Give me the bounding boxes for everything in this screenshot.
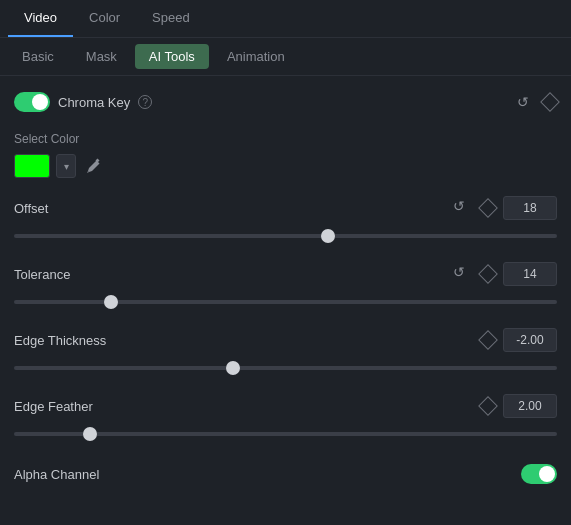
tab-video[interactable]: Video: [8, 0, 73, 37]
subtab-basic[interactable]: Basic: [8, 44, 68, 69]
alpha-channel-label: Alpha Channel: [14, 467, 99, 482]
subtab-ai-tools[interactable]: AI Tools: [135, 44, 209, 69]
subtab-mask[interactable]: Mask: [72, 44, 131, 69]
edge-thickness-keyframe-icon[interactable]: [478, 330, 498, 350]
edge-feather-header: Edge Feather 2.00: [14, 394, 557, 418]
eyedropper-button[interactable]: [82, 154, 106, 178]
tolerance-controls: ↺ 14: [453, 262, 557, 286]
edge-thickness-slider-row: [14, 358, 557, 378]
tolerance-header: Tolerance ↺ 14: [14, 262, 557, 286]
color-dropdown[interactable]: ▾: [56, 154, 76, 178]
tolerance-reset-icon[interactable]: ↺: [453, 264, 473, 284]
edge-thickness-slider-wrap: [14, 358, 557, 378]
offset-label: Offset: [14, 201, 48, 216]
edge-thickness-label: Edge Thickness: [14, 333, 106, 348]
edge-feather-keyframe-icon[interactable]: [478, 396, 498, 416]
tab-color[interactable]: Color: [73, 0, 136, 37]
edge-feather-label: Edge Feather: [14, 399, 93, 414]
chroma-key-label: Chroma Key: [58, 95, 130, 110]
offset-slider[interactable]: [14, 234, 557, 238]
edge-feather-section: Edge Feather 2.00: [14, 394, 557, 444]
offset-slider-wrap: [14, 226, 557, 246]
tolerance-label: Tolerance: [14, 267, 70, 282]
tolerance-slider-row: [14, 292, 557, 312]
chroma-key-right: ↺: [513, 92, 557, 112]
offset-reset-icon[interactable]: ↺: [453, 198, 473, 218]
top-tabs: Video Color Speed: [0, 0, 571, 38]
tolerance-value[interactable]: 14: [503, 262, 557, 286]
edge-feather-slider-row: [14, 424, 557, 444]
chroma-key-row: Chroma Key ? ↺: [14, 88, 557, 116]
edge-feather-slider-wrap: [14, 424, 557, 444]
tolerance-keyframe-icon[interactable]: [478, 264, 498, 284]
alpha-channel-toggle[interactable]: [521, 464, 557, 484]
chroma-key-help-icon[interactable]: ?: [138, 95, 152, 109]
chroma-key-left: Chroma Key ?: [14, 92, 152, 112]
edge-thickness-slider[interactable]: [14, 366, 557, 370]
select-color-label: Select Color: [14, 132, 557, 146]
tolerance-slider-wrap: [14, 292, 557, 312]
chroma-key-keyframe-icon[interactable]: [540, 92, 560, 112]
chroma-key-toggle[interactable]: [14, 92, 50, 112]
tab-speed[interactable]: Speed: [136, 0, 206, 37]
edge-thickness-value[interactable]: -2.00: [503, 328, 557, 352]
edge-feather-slider[interactable]: [14, 432, 557, 436]
edge-feather-controls: 2.00: [481, 394, 557, 418]
offset-slider-row: [14, 226, 557, 246]
offset-controls: ↺ 18: [453, 196, 557, 220]
edge-thickness-section: Edge Thickness -2.00: [14, 328, 557, 378]
color-swatch[interactable]: [14, 154, 50, 178]
offset-value[interactable]: 18: [503, 196, 557, 220]
sub-tabs: Basic Mask AI Tools Animation: [0, 38, 571, 76]
edge-thickness-header: Edge Thickness -2.00: [14, 328, 557, 352]
color-picker-row: ▾: [14, 154, 557, 178]
offset-header: Offset ↺ 18: [14, 196, 557, 220]
tolerance-section: Tolerance ↺ 14: [14, 262, 557, 312]
edge-feather-value[interactable]: 2.00: [503, 394, 557, 418]
edge-thickness-controls: -2.00: [481, 328, 557, 352]
subtab-animation[interactable]: Animation: [213, 44, 299, 69]
content-area: Chroma Key ? ↺ Select Color ▾ Offset ↺ 1…: [0, 76, 571, 500]
offset-section: Offset ↺ 18: [14, 196, 557, 246]
alpha-channel-row: Alpha Channel: [14, 460, 557, 488]
tolerance-slider[interactable]: [14, 300, 557, 304]
offset-keyframe-icon[interactable]: [478, 198, 498, 218]
chroma-key-reset-icon[interactable]: ↺: [513, 92, 533, 112]
